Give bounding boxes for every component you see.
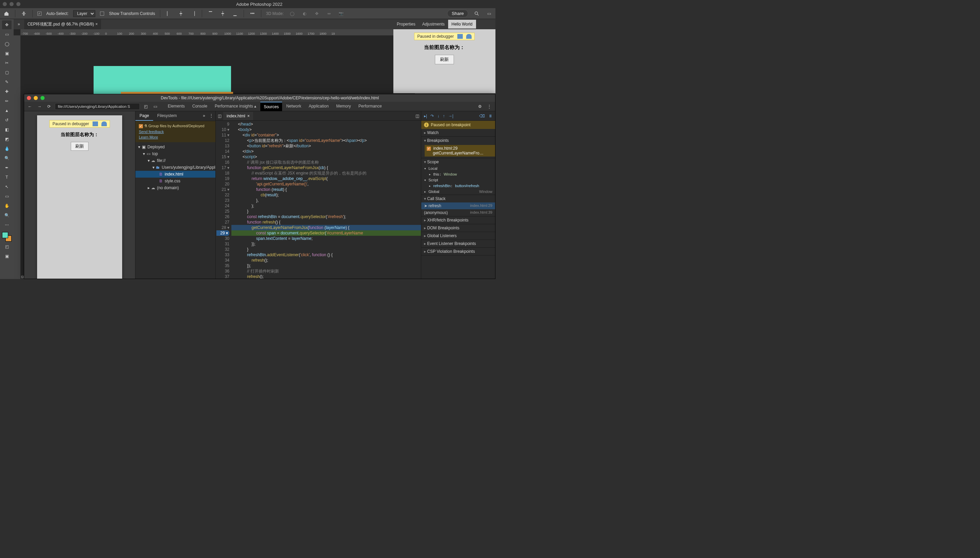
- nav-back-icon[interactable]: ←: [26, 103, 34, 110]
- nav-forward-icon[interactable]: →: [36, 103, 43, 110]
- tab-page[interactable]: Page: [135, 111, 153, 121]
- tree-file-style[interactable]: 🗎style.css: [135, 177, 215, 184]
- preview-refresh-button[interactable]: 刷新: [71, 142, 89, 151]
- tabs-expand-icon[interactable]: »: [18, 22, 20, 26]
- devtools-tab[interactable]: Elements: [164, 102, 188, 111]
- devtools-tab[interactable]: Sources: [260, 102, 282, 111]
- healing-tool[interactable]: ✚: [2, 87, 11, 96]
- tab-properties[interactable]: Properties: [393, 20, 419, 29]
- tab-filesystem[interactable]: Filesystem: [153, 111, 181, 121]
- edit-toolbar[interactable]: ⋯: [2, 220, 11, 229]
- document-tab[interactable]: CEP环境配置.psd @ 66.7% (RGB/8)×: [24, 20, 102, 29]
- deactivate-bp-icon[interactable]: ⌫: [479, 114, 485, 118]
- gradient-tool[interactable]: ◩: [2, 135, 11, 144]
- home-icon[interactable]: [3, 10, 10, 17]
- window-traffic-lights[interactable]: [3, 2, 20, 6]
- step-icon[interactable]: [466, 34, 472, 39]
- close-icon[interactable]: ×: [95, 22, 98, 26]
- show-transform-checkbox[interactable]: [100, 11, 104, 16]
- dodge-tool[interactable]: 🔍: [2, 154, 11, 162]
- devtools-tab[interactable]: Performance: [355, 102, 385, 111]
- blur-tool[interactable]: 💧: [2, 144, 11, 153]
- crop-tool[interactable]: ✂: [2, 59, 11, 67]
- stack-frame[interactable]: ➤ refreshindex.html:29: [421, 202, 495, 209]
- toggle-nav-icon[interactable]: ◫: [216, 112, 223, 120]
- breakpoint-item[interactable]: ✓ index.html:29 getCurrentLayerNameFro…: [425, 145, 495, 156]
- more-icon[interactable]: »: [201, 111, 207, 121]
- pen-tool[interactable]: ✒: [2, 163, 11, 172]
- devtools-tab[interactable]: Application: [305, 102, 332, 111]
- align-top-icon[interactable]: ▔: [207, 10, 214, 17]
- devtools-tab[interactable]: Network: [283, 102, 305, 111]
- shape-tool[interactable]: ▭: [2, 192, 11, 201]
- history-brush-tool[interactable]: ↺: [2, 116, 11, 125]
- brush-tool[interactable]: ✏: [2, 97, 11, 105]
- section-scope[interactable]: Scope: [421, 158, 495, 166]
- align-vcenter-icon[interactable]: ┿: [219, 10, 227, 17]
- step-over-icon[interactable]: ↷: [430, 114, 434, 118]
- step-into-icon[interactable]: ↓: [437, 114, 439, 118]
- move-tool-icon[interactable]: [20, 10, 28, 17]
- share-button[interactable]: Share: [447, 10, 468, 17]
- quick-mask[interactable]: ◰: [2, 242, 11, 251]
- move-tool[interactable]: ✥: [2, 20, 11, 29]
- step-icon[interactable]: →|: [448, 114, 453, 118]
- step-out-icon[interactable]: ↑: [443, 114, 445, 118]
- section-header[interactable]: XHR/fetch Breakpoints: [421, 217, 495, 224]
- align-bottom-icon[interactable]: ▁: [231, 10, 239, 17]
- lasso-tool[interactable]: ◯: [2, 39, 11, 48]
- section-header[interactable]: DOM Breakpoints: [421, 224, 495, 232]
- tree-file-index[interactable]: 🗎index.html: [135, 171, 215, 177]
- step-icon[interactable]: [102, 121, 107, 126]
- section-breakpoints[interactable]: Breakpoints: [421, 137, 495, 144]
- zoom-tool[interactable]: 🔍: [2, 211, 11, 220]
- marquee-tool[interactable]: ▭: [2, 30, 11, 39]
- inspect-icon[interactable]: ◰: [142, 103, 149, 110]
- more-icon[interactable]: •••: [249, 10, 256, 17]
- more-icon[interactable]: ⋮: [486, 103, 493, 110]
- section-header[interactable]: Event Listener Breakpoints: [421, 240, 495, 247]
- workspace-icon[interactable]: ▭: [485, 10, 493, 17]
- tree-nodomain[interactable]: ▸ ☁(no domain): [135, 184, 215, 191]
- eraser-tool[interactable]: ◧: [2, 125, 11, 134]
- stack-frame[interactable]: (anonymous)index.html:39: [421, 209, 495, 216]
- close-icon[interactable]: ×: [247, 114, 250, 118]
- nav-reload-icon[interactable]: ⟳: [45, 103, 53, 110]
- tree-file-scheme[interactable]: ▾ ☁file://: [135, 157, 215, 164]
- resume-icon[interactable]: [457, 34, 463, 39]
- learn-more-link[interactable]: Learn More: [139, 135, 158, 139]
- align-hcenter-icon[interactable]: ┿: [177, 10, 185, 17]
- toggle-side-icon[interactable]: ◫: [414, 112, 421, 120]
- frame-tool[interactable]: ▢: [2, 68, 11, 77]
- refresh-button[interactable]: 刷新: [435, 55, 454, 64]
- section-watch[interactable]: Watch: [421, 129, 495, 136]
- auto-select-checkbox[interactable]: ✓: [38, 11, 41, 16]
- path-tool[interactable]: ↖: [2, 182, 11, 191]
- devtools-traffic-lights[interactable]: [27, 96, 44, 100]
- code-tab-index[interactable]: index.html×: [223, 112, 253, 120]
- search-icon[interactable]: [473, 10, 481, 17]
- settings-icon[interactable]: ⚙: [476, 103, 484, 110]
- section-callstack[interactable]: Call Stack: [421, 195, 495, 202]
- tab-hello-world[interactable]: Hello World: [448, 20, 476, 29]
- menu-icon[interactable]: ⋮: [207, 111, 215, 121]
- align-right-icon[interactable]: ▕: [190, 10, 197, 17]
- eyedropper-tool[interactable]: ✎: [2, 77, 11, 87]
- tree-folder[interactable]: ▾ 🖿Users/yutengjing/Library/Appli: [135, 164, 215, 171]
- selection-tool[interactable]: ▣: [2, 49, 11, 58]
- hand-tool[interactable]: ✋: [2, 202, 11, 210]
- tree-top[interactable]: ▾ ▭top: [135, 150, 215, 157]
- type-tool[interactable]: T: [2, 173, 11, 182]
- auto-select-dropdown[interactable]: Layer: [73, 10, 95, 17]
- device-icon[interactable]: ▭: [151, 103, 159, 110]
- pause-exc-icon[interactable]: ⏸: [488, 114, 492, 118]
- send-feedback-link[interactable]: Send feedback: [139, 130, 164, 134]
- stamp-tool[interactable]: ▲: [2, 106, 11, 115]
- devtools-tab[interactable]: Performance insights ▴: [211, 102, 259, 111]
- section-header[interactable]: Global Listeners: [421, 232, 495, 240]
- color-swatches[interactable]: [2, 232, 11, 241]
- url-bar[interactable]: file:///Users/yutengjing/Library/Applica…: [55, 103, 140, 110]
- resume-icon[interactable]: ▸|: [424, 114, 427, 118]
- devtools-tab[interactable]: Memory: [333, 102, 354, 111]
- resume-icon[interactable]: [92, 121, 98, 126]
